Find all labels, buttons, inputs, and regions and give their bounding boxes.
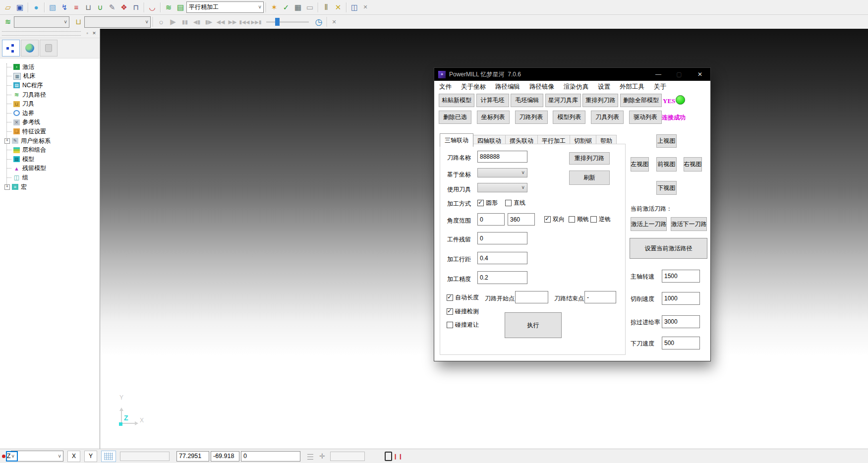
- aux-field[interactable]: [330, 452, 365, 461]
- delete-all-models-button[interactable]: 删除全部模型: [620, 94, 662, 107]
- clock-icon[interactable]: [313, 16, 325, 28]
- to-end-icon[interactable]: [250, 16, 262, 28]
- tool-list-button[interactable]: 刀具列表: [591, 111, 624, 124]
- activate-prev-toolpath-button[interactable]: 激活上一刀路: [631, 217, 667, 231]
- cylinders-icon[interactable]: [348, 1, 360, 13]
- panel-float-icon[interactable]: ▫: [84, 30, 91, 37]
- tree-item-machine-tools[interactable]: 机床: [3, 72, 100, 81]
- axis-z-button[interactable]: Z: [6, 451, 18, 462]
- expand-icon[interactable]: +: [4, 184, 10, 190]
- status-combo[interactable]: ˅: [11, 451, 63, 462]
- stepover-field[interactable]: [477, 252, 527, 264]
- skim-feed-field[interactable]: [662, 315, 700, 328]
- collision-avoid-checkbox[interactable]: 碰撞避让: [447, 321, 479, 329]
- tool-block-icon[interactable]: [130, 1, 142, 13]
- drafting-icon[interactable]: [106, 1, 118, 13]
- menu-file[interactable]: 文件: [439, 83, 452, 91]
- slider-handle[interactable]: [275, 18, 280, 26]
- pattern-icon[interactable]: [70, 1, 82, 13]
- lightbulb-icon[interactable]: [155, 16, 167, 28]
- tab-web[interactable]: [21, 40, 39, 57]
- tree-item-levels-and-sets[interactable]: 层和组合: [3, 145, 100, 155]
- menu-settings[interactable]: 设置: [598, 83, 610, 91]
- refresh-button[interactable]: 刷新: [569, 171, 610, 185]
- tool-select[interactable]: [477, 183, 527, 192]
- strategy-combo[interactable]: 平行精加工 ˅: [186, 1, 264, 13]
- swap-icon[interactable]: [332, 1, 344, 13]
- star-tool-icon[interactable]: [268, 1, 280, 13]
- simbar-close-icon[interactable]: [329, 16, 339, 28]
- tab-3axis[interactable]: 三轴联动: [440, 133, 473, 147]
- grid-toggle-button[interactable]: [101, 451, 116, 462]
- compute-stock-button[interactable]: 计算毛坯: [476, 94, 509, 107]
- toolpath-list-button[interactable]: 刀路列表: [515, 111, 548, 124]
- tree-item-tools[interactable]: 刀具: [3, 99, 100, 109]
- menu-external-tools[interactable]: 外部工具: [620, 83, 644, 91]
- menu-path-mirror[interactable]: 路径镜像: [529, 83, 554, 91]
- play-icon[interactable]: [167, 16, 179, 28]
- view-bottom-button[interactable]: 下视图: [656, 181, 677, 195]
- tool-tip-icon[interactable]: [82, 1, 94, 13]
- step-back-icon[interactable]: [191, 16, 203, 28]
- toolpath-combo[interactable]: ˅: [14, 16, 69, 28]
- ruler-icon[interactable]: [304, 1, 316, 13]
- activate-next-toolpath-button[interactable]: 激活下一刀路: [671, 217, 707, 231]
- to-start-icon[interactable]: [238, 16, 250, 28]
- speed-slider[interactable]: [266, 18, 309, 26]
- axis-y-button[interactable]: Y: [84, 451, 97, 462]
- block-icon[interactable]: [47, 1, 58, 13]
- tab-explorer-tree[interactable]: [2, 40, 20, 57]
- view-right-button[interactable]: 右视图: [684, 157, 702, 172]
- start-point-field[interactable]: [515, 291, 548, 303]
- paste-new-model-button[interactable]: 粘贴新模型: [439, 94, 474, 107]
- toolbar-close-icon[interactable]: [360, 1, 370, 13]
- plunge-feed-field[interactable]: [662, 337, 700, 349]
- grid-size-field[interactable]: [120, 452, 170, 461]
- calculator-icon[interactable]: [292, 1, 304, 13]
- line-checkbox[interactable]: 直线: [505, 199, 525, 207]
- toolpath-limit-icon[interactable]: [58, 1, 70, 13]
- shade-icon[interactable]: [30, 1, 42, 13]
- tree-item-toolpaths[interactable]: 刀具路径: [3, 90, 100, 100]
- axis-x-button[interactable]: X: [67, 451, 80, 462]
- panel-grip[interactable]: [2, 31, 81, 36]
- tree-item-patterns[interactable]: 参考线: [3, 118, 100, 127]
- stock-allowance-field[interactable]: [477, 232, 527, 244]
- view-left-button[interactable]: 左视图: [631, 157, 649, 172]
- tree-item-models[interactable]: 模型: [3, 155, 100, 164]
- tree-item-groups[interactable]: 组: [3, 173, 100, 182]
- coord-select[interactable]: [477, 168, 527, 177]
- menu-path-edit[interactable]: 路径编辑: [495, 83, 520, 91]
- step-forward-icon[interactable]: [203, 16, 215, 28]
- bidirectional-checkbox[interactable]: 双向: [544, 215, 565, 224]
- tree-item-activate[interactable]: 激活: [3, 62, 100, 72]
- rearrange-button[interactable]: 重排列刀路: [569, 152, 610, 165]
- delete-selected-button[interactable]: 删除已选: [439, 111, 471, 124]
- angle-end-field[interactable]: [508, 213, 535, 226]
- expand-icon[interactable]: +: [4, 138, 10, 144]
- menu-about[interactable]: 关于: [654, 83, 666, 91]
- view-front-button[interactable]: 前视图: [656, 157, 677, 172]
- strategy-list-icon[interactable]: [174, 1, 186, 13]
- auto-length-checkbox[interactable]: 自动长度: [447, 293, 479, 302]
- coord-list-button[interactable]: 坐标列表: [477, 111, 510, 124]
- fast-forward-icon[interactable]: [227, 16, 238, 28]
- tool-check-icon[interactable]: [280, 1, 292, 13]
- dialog-titlebar[interactable]: ✦ PowerMILL 忆梦星河 7.0.6 — ▢ ✕: [434, 68, 710, 81]
- tree-item-macros[interactable]: +宏: [3, 182, 100, 192]
- rewind-icon[interactable]: [215, 16, 227, 28]
- end-point-field[interactable]: [584, 291, 616, 303]
- model-list-button[interactable]: 模型列表: [553, 111, 585, 124]
- tolerance-field[interactable]: [477, 271, 527, 284]
- circle-checkbox[interactable]: 圆形: [477, 199, 498, 207]
- tool-combo[interactable]: ˅: [84, 16, 151, 28]
- maximize-button[interactable]: ▢: [669, 68, 690, 81]
- open-file-icon[interactable]: [2, 1, 14, 13]
- pause-icon[interactable]: [179, 16, 191, 28]
- jack-icon[interactable]: ✛: [319, 452, 325, 460]
- tree-item-workplanes[interactable]: +用户坐标系: [3, 136, 100, 146]
- boundary-icon[interactable]: [94, 1, 106, 13]
- panel-close-icon[interactable]: ✕: [91, 30, 98, 37]
- stock-edit-button[interactable]: 毛坯编辑: [511, 94, 543, 107]
- climb-checkbox[interactable]: 顺铣: [569, 215, 589, 224]
